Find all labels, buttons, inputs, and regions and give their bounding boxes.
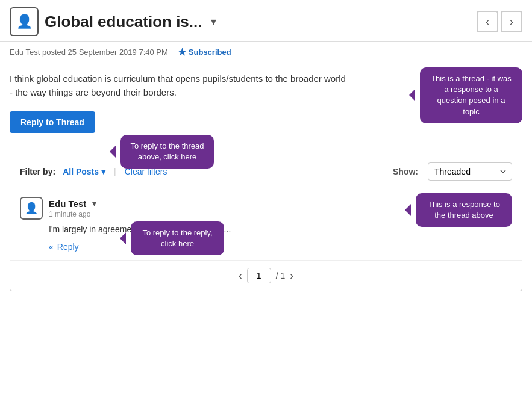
- pagination: ‹ / 1 ›: [10, 261, 522, 291]
- pagination-total: / 1: [276, 271, 286, 280]
- header-avatar-icon: 👤: [10, 7, 39, 36]
- reply-author-chevron-down-icon[interactable]: ▾: [92, 199, 96, 208]
- nav-next-button[interactable]: ›: [501, 11, 522, 32]
- post-meta: Edu Test posted 25 September 2019 7:40 P…: [0, 42, 532, 63]
- pagination-prev-button[interactable]: ‹: [239, 270, 242, 282]
- filter-value: All Posts: [63, 167, 99, 176]
- show-label: Show:: [393, 167, 418, 176]
- nav-buttons: ‹ ›: [477, 11, 522, 32]
- star-icon: ★: [178, 46, 186, 58]
- reply-to-thread-button[interactable]: Reply to Thread: [10, 111, 95, 133]
- post-item: This is a response to the thread above 👤…: [10, 188, 522, 261]
- subscribed-badge[interactable]: ★ Subscribed: [178, 46, 231, 58]
- filter-dropdown[interactable]: All Posts ▾: [63, 167, 105, 176]
- reply-arrows-icon: «: [49, 242, 54, 252]
- tooltip-thread: This is a thread - it was a response to …: [420, 67, 522, 123]
- page-header: 👤 Global education is... ▾ ‹ ›: [0, 0, 532, 42]
- show-select[interactable]: Threaded Unthreaded: [428, 162, 512, 181]
- subscribed-label: Subscribed: [189, 48, 231, 57]
- tooltip-reply-thread: To reply to the thread above, click here: [120, 135, 214, 169]
- reply-author-name: Edu Test: [49, 199, 86, 209]
- posted-by-text: Edu Test posted 25 September 2019 7:40 P…: [10, 48, 168, 57]
- reply-link[interactable]: « Reply: [49, 242, 512, 252]
- reply-post-time: 1 minute ago: [49, 210, 96, 218]
- post-item-author-block: Edu Test ▾ 1 minute ago: [49, 199, 96, 218]
- tooltip-response: This is a response to the thread above: [416, 193, 512, 227]
- page-title: Global education is...: [45, 13, 202, 31]
- filter-chevron-down-icon: ▾: [101, 167, 105, 176]
- header-left: 👤 Global education is... ▾: [10, 7, 216, 36]
- main-content: This is a thread - it was a response to …: [0, 63, 532, 145]
- filter-section: Filter by: All Posts ▾ | Clear filters S…: [10, 155, 522, 291]
- post-body-text: I think global education is curriculum t…: [10, 72, 347, 99]
- filter-separator: |: [114, 167, 116, 176]
- filter-label: Filter by:: [20, 167, 55, 176]
- title-chevron-down-icon[interactable]: ▾: [211, 15, 216, 28]
- nav-prev-button[interactable]: ‹: [477, 11, 498, 32]
- tooltip-reply-link: To reply to the reply, click here: [131, 221, 224, 255]
- reply-link-label: Reply: [57, 242, 79, 252]
- pagination-next-button[interactable]: ›: [290, 270, 293, 282]
- pagination-current-page[interactable]: [247, 268, 271, 283]
- filter-bar: Filter by: All Posts ▾ | Clear filters S…: [10, 155, 522, 188]
- reply-avatar-icon: 👤: [20, 197, 43, 220]
